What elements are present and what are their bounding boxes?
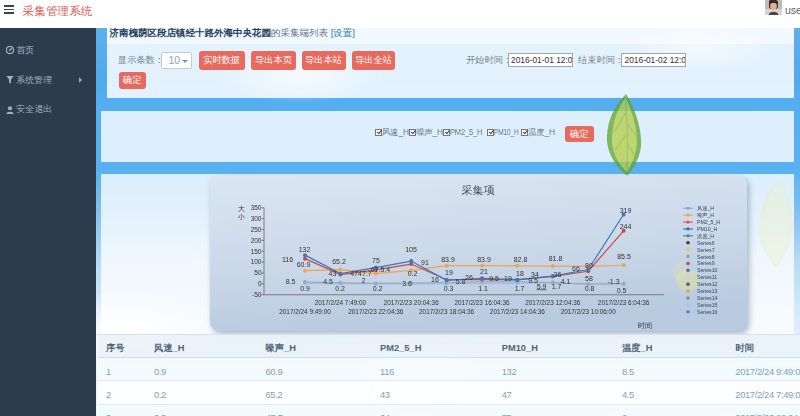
svg-text:Series11: Series11 xyxy=(697,274,717,280)
svg-text:2017/2/23 16:04:36: 2017/2/23 16:04:36 xyxy=(454,298,510,305)
svg-text:83.9: 83.9 xyxy=(477,255,491,262)
svg-text:4747.7: 4747.7 xyxy=(350,269,372,276)
svg-text:2017/2/23 18:04:36: 2017/2/23 18:04:36 xyxy=(419,307,475,314)
svg-text:风速_H: 风速_H xyxy=(697,205,714,211)
svg-text:3.6: 3.6 xyxy=(402,279,412,286)
svg-text:2017/2/23 22:04:36: 2017/2/23 22:04:36 xyxy=(348,307,404,314)
svg-text:0.5: 0.5 xyxy=(616,286,626,293)
svg-text:噪声_H: 噪声_H xyxy=(697,212,714,218)
svg-text:PM2_5_H: PM2_5_H xyxy=(697,219,720,225)
svg-text:0.3: 0.3 xyxy=(443,284,453,291)
svg-text:65.2: 65.2 xyxy=(332,258,346,265)
svg-text:Series15: Series15 xyxy=(697,301,718,307)
svg-text:8.5: 8.5 xyxy=(285,277,295,284)
svg-text:81.8: 81.8 xyxy=(548,254,562,261)
svg-text:Series10: Series10 xyxy=(697,267,718,273)
svg-text:9.5: 9.5 xyxy=(489,275,499,282)
svg-text:Series12: Series12 xyxy=(697,281,718,287)
svg-text:200: 200 xyxy=(250,236,261,243)
svg-text:244: 244 xyxy=(619,223,631,230)
svg-text:319: 319 xyxy=(619,206,631,213)
svg-text:80: 80 xyxy=(585,261,593,268)
svg-text:大: 大 xyxy=(238,205,245,212)
svg-text:82.8: 82.8 xyxy=(513,255,527,262)
svg-text:小: 小 xyxy=(238,212,245,219)
svg-text:250: 250 xyxy=(250,225,261,232)
svg-text:2017/2/24 9:49:00: 2017/2/24 9:49:00 xyxy=(279,307,331,314)
svg-text:Series6: Series6 xyxy=(697,239,715,245)
svg-text:PM10_H: PM10_H xyxy=(697,225,717,231)
svg-text:26: 26 xyxy=(465,274,473,281)
svg-text:0.2: 0.2 xyxy=(372,284,382,291)
svg-text:采集项: 采集项 xyxy=(461,183,494,195)
svg-text:-50: -50 xyxy=(252,291,262,298)
svg-text:91: 91 xyxy=(421,258,429,265)
svg-text:5.8: 5.8 xyxy=(455,278,465,285)
svg-text:43: 43 xyxy=(328,270,336,277)
svg-text:132: 132 xyxy=(298,245,310,252)
svg-text:1.1: 1.1 xyxy=(478,284,488,291)
svg-text:50: 50 xyxy=(254,269,262,276)
svg-text:19: 19 xyxy=(504,275,512,282)
svg-text:150: 150 xyxy=(250,247,261,254)
svg-text:0.2: 0.2 xyxy=(407,270,417,277)
svg-text:1.7: 1.7 xyxy=(514,284,524,291)
svg-text:2: 2 xyxy=(361,276,365,283)
svg-text:2017/2/23 6:04:36: 2017/2/23 6:04:36 xyxy=(597,298,649,305)
svg-text:105: 105 xyxy=(405,245,417,252)
svg-text:58: 58 xyxy=(585,274,593,281)
svg-text:2017/2/24 7:49:00: 2017/2/24 7:49:00 xyxy=(314,298,366,305)
svg-text:时间: 时间 xyxy=(637,320,651,329)
svg-text:4.1: 4.1 xyxy=(560,278,570,285)
svg-text:83.9: 83.9 xyxy=(441,255,455,262)
svg-text:Series13: Series13 xyxy=(697,288,718,294)
svg-text:85.5: 85.5 xyxy=(617,253,631,260)
svg-text:5.9: 5.9 xyxy=(536,282,546,289)
svg-text:300: 300 xyxy=(250,214,261,221)
svg-text:Series7: Series7 xyxy=(697,246,715,252)
svg-text:2017/2/23 10:06:00: 2017/2/23 10:06:00 xyxy=(560,307,616,314)
svg-text:0.8: 0.8 xyxy=(584,284,594,291)
svg-text:Series16: Series16 xyxy=(697,308,718,314)
svg-text:66: 66 xyxy=(572,265,580,272)
svg-text:2017/2/23 12:04:36: 2017/2/23 12:04:36 xyxy=(525,298,581,305)
svg-text:0: 0 xyxy=(257,280,261,287)
svg-text:116: 116 xyxy=(281,256,292,263)
svg-text:60.9: 60.9 xyxy=(296,260,310,267)
svg-text:350: 350 xyxy=(250,204,261,211)
svg-text:100: 100 xyxy=(250,258,261,265)
svg-text:67.5.4: 67.5.4 xyxy=(370,265,390,272)
svg-text:75: 75 xyxy=(372,256,380,263)
svg-text:0.2: 0.2 xyxy=(335,284,345,291)
svg-text:Series14: Series14 xyxy=(697,294,718,300)
svg-text:21: 21 xyxy=(480,267,488,274)
svg-text:19: 19 xyxy=(445,269,453,276)
svg-text:36: 36 xyxy=(553,271,561,278)
svg-text:2017/2/23 20:04:36: 2017/2/23 20:04:36 xyxy=(383,298,439,305)
svg-text:2017/2/23 14:04:36: 2017/2/23 14:04:36 xyxy=(489,307,545,314)
svg-text:Series8: Series8 xyxy=(697,253,715,259)
svg-text:16: 16 xyxy=(431,276,439,283)
svg-text:4.5: 4.5 xyxy=(323,278,333,285)
svg-text:-1.3: -1.3 xyxy=(607,277,619,284)
svg-text:0.9: 0.9 xyxy=(300,284,310,291)
svg-text:Series9: Series9 xyxy=(697,260,715,266)
svg-text:18: 18 xyxy=(516,270,524,277)
